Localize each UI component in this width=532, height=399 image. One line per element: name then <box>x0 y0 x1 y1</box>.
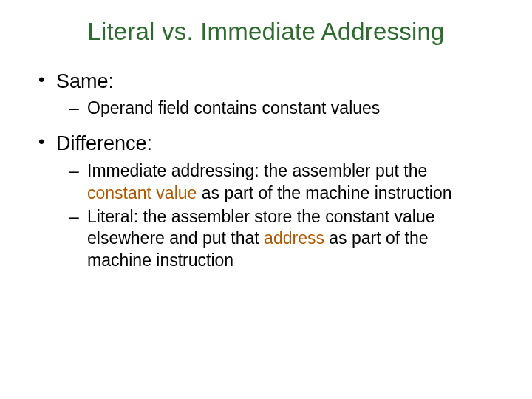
sub-item: Immediate addressing: the assembler put … <box>69 160 495 205</box>
sub-list: Operand field contains constant values <box>69 98 495 120</box>
bullet-item: Same: Operand field contains constant va… <box>37 68 495 120</box>
sub-text: Operand field contains constant values <box>87 98 380 117</box>
accent-text: constant value <box>87 183 197 202</box>
bullet-label: Difference: <box>56 132 152 154</box>
accent-text: address <box>264 228 324 248</box>
sub-list: Immediate addressing: the assembler put … <box>69 160 495 272</box>
sub-text-post: as part of the machine instruction <box>197 183 451 202</box>
sub-item: Operand field contains constant values <box>69 98 495 120</box>
bullet-label: Same: <box>56 70 114 92</box>
slide: Literal vs. Immediate Addressing Same: O… <box>0 0 532 399</box>
bullet-item: Difference: Immediate addressing: the as… <box>37 130 495 272</box>
slide-title: Literal vs. Immediate Addressing <box>37 18 495 46</box>
bullet-list: Same: Operand field contains constant va… <box>37 68 495 272</box>
sub-text-pre: Immediate addressing: the assembler put … <box>87 161 427 180</box>
sub-item: Literal: the assembler store the constan… <box>69 206 495 273</box>
